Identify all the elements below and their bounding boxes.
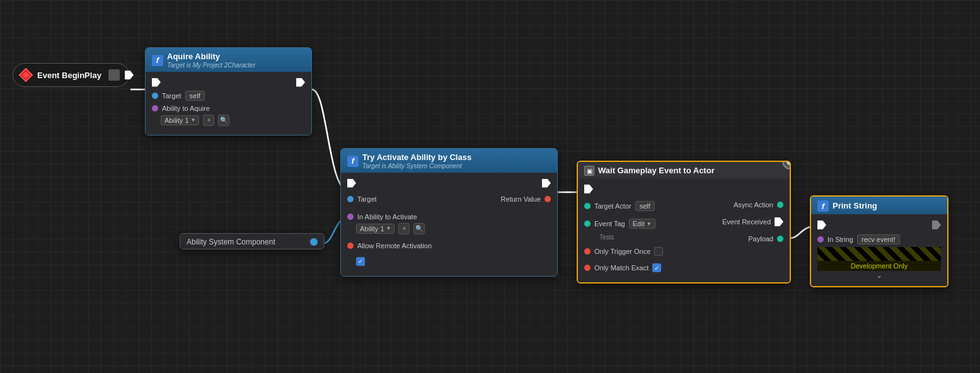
allow-remote-checkbox[interactable]: ✓ xyxy=(356,257,365,266)
in-string-pin[interactable] xyxy=(817,236,824,243)
exec-in-pin[interactable] xyxy=(152,78,161,87)
only-trigger-label: Only Trigger Once xyxy=(594,248,650,255)
add-ability-btn[interactable]: + xyxy=(203,115,214,126)
wait-icon: ▣ xyxy=(584,166,594,176)
aquire-ability-subtitle: Target is My Project 2Character xyxy=(167,62,255,69)
in-ability-pin[interactable] xyxy=(347,214,354,220)
event-tag-label: Event Tag xyxy=(594,220,625,227)
aquire-ability-title: Aquire Ability xyxy=(167,52,255,62)
payload-pin[interactable] xyxy=(777,236,783,242)
return-value-pin[interactable] xyxy=(545,196,551,202)
ability-dropdown[interactable]: Ability 1 xyxy=(161,115,199,125)
event-beginplay-title: Event BeginPlay xyxy=(37,71,103,80)
only-trigger-checkbox[interactable] xyxy=(654,247,663,256)
only-trigger-pin[interactable] xyxy=(584,248,591,255)
search-ability-btn[interactable]: 🔍 xyxy=(218,115,229,126)
ability-system-component-node: Ability System Component xyxy=(180,233,325,250)
dev-only-stripe xyxy=(817,247,941,261)
print-exec-out[interactable] xyxy=(932,221,941,229)
return-value-label: Return Value xyxy=(501,195,541,203)
payload-label: Payload xyxy=(748,235,773,243)
expand-chevron[interactable]: ⌄ xyxy=(817,271,941,280)
print-exec-in[interactable] xyxy=(817,221,826,229)
dev-only-label: Development Only xyxy=(817,261,941,271)
in-string-value[interactable]: recv event! xyxy=(857,234,900,244)
aquire-ability-node: f Aquire Ability Target is My Project 2C… xyxy=(145,47,312,135)
asc-output-pin[interactable] xyxy=(310,238,318,246)
event-tag-pin[interactable] xyxy=(584,221,591,227)
target-actor-label: Target Actor xyxy=(594,202,631,210)
event-beginplay-node: Event BeginPlay xyxy=(13,63,129,87)
try-activate-title: Try Activate Ability by Class xyxy=(362,152,471,163)
async-action-label: Async Action xyxy=(734,201,773,209)
asc-title: Ability System Component xyxy=(187,238,275,246)
try-activate-subtitle: Target is Ability System Component xyxy=(362,163,471,170)
event-received-pin[interactable] xyxy=(775,217,783,226)
try-ability-dropdown[interactable]: Ability 1 xyxy=(356,224,395,234)
target-pin[interactable] xyxy=(152,93,158,99)
in-ability-label: In Ability to Activate xyxy=(357,213,417,221)
target-value[interactable]: self xyxy=(185,91,205,101)
try-target-label: Target xyxy=(357,195,377,203)
try-search-btn[interactable]: 🔍 xyxy=(413,223,425,234)
exec-in-pin-2[interactable] xyxy=(347,179,356,188)
ability-to-aquire-label: Ability to Aquire xyxy=(162,105,210,112)
exec-out-pin-2[interactable] xyxy=(542,179,551,188)
only-match-checkbox[interactable]: ✓ xyxy=(652,263,661,272)
try-activate-node: f Try Activate Ability by Class Target i… xyxy=(340,148,558,277)
print-string-node: f Print String In String recv event! Dev… xyxy=(810,195,948,287)
event-tag-dropdown[interactable]: Edit xyxy=(629,219,655,229)
target-actor-value[interactable]: self xyxy=(635,201,655,211)
event-received-label: Event Received xyxy=(722,218,771,226)
function-icon-3: f xyxy=(817,200,829,212)
event-beginplay-settings[interactable] xyxy=(108,69,120,81)
print-string-title: Print String xyxy=(833,201,877,211)
function-icon: f xyxy=(152,55,163,66)
event-tag-sub: Tests xyxy=(599,234,663,241)
target-label: Target xyxy=(162,92,182,100)
allow-remote-pin[interactable] xyxy=(347,243,354,249)
wait-gameplay-event-node: 🕐 ▣ Wait Gameplay Event to Actor Target … xyxy=(577,161,791,284)
async-action-pin[interactable] xyxy=(777,202,783,208)
target-actor-pin[interactable] xyxy=(584,203,591,209)
only-match-label: Only Match Exact xyxy=(594,264,649,272)
in-string-label: In String xyxy=(827,236,853,243)
wait-exec-in[interactable] xyxy=(584,185,593,193)
allow-remote-label: Allow Remote Activation xyxy=(357,242,432,250)
function-icon-2: f xyxy=(347,156,359,167)
try-add-btn[interactable]: + xyxy=(398,223,410,234)
only-match-pin[interactable] xyxy=(584,265,591,271)
exec-out-pin[interactable] xyxy=(296,78,305,87)
wait-title: Wait Gameplay Event to Actor xyxy=(598,166,715,176)
ability-pin[interactable] xyxy=(152,105,158,112)
try-target-pin[interactable] xyxy=(347,196,354,202)
